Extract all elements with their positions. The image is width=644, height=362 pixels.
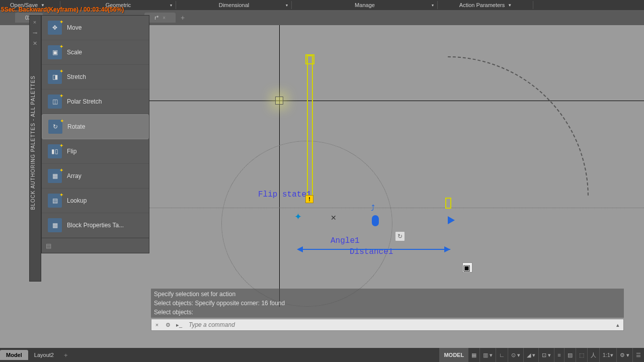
param-arrow-grip[interactable] bbox=[448, 216, 455, 224]
grid-toggle[interactable]: ▦ bbox=[468, 348, 479, 362]
rotate-action-icon[interactable]: ↻ bbox=[395, 231, 405, 241]
command-line-area: Specify selection set for action Select … bbox=[151, 289, 624, 331]
palette-pin-icon[interactable]: ⊸ bbox=[30, 30, 39, 39]
isodraft-toggle[interactable]: ◢ ▾ bbox=[523, 348, 538, 362]
action-flip[interactable]: ▮▯✦Flip bbox=[42, 139, 149, 164]
param-angle-label[interactable]: Angle1 bbox=[331, 236, 360, 245]
ortho-toggle[interactable]: ∟ bbox=[496, 348, 508, 362]
crosshair-horizontal bbox=[138, 101, 644, 101]
drawing-grip[interactable] bbox=[445, 198, 451, 209]
param-flip-label[interactable]: Flip state1 bbox=[258, 190, 311, 199]
basepoint-marker[interactable]: ✕ bbox=[331, 214, 337, 222]
rotate-icon: ↻✦ bbox=[48, 120, 62, 134]
chevron-down-icon: ▾ bbox=[286, 3, 288, 8]
crosshair-pickbox bbox=[275, 97, 283, 105]
layout-tab-layout2[interactable]: Layout2 bbox=[28, 350, 60, 360]
workspace-button[interactable]: ⚙ ▾ bbox=[616, 348, 632, 362]
command-input[interactable] bbox=[185, 319, 612, 330]
polar-stretch-icon: ◫✦ bbox=[48, 95, 62, 109]
cycling-toggle[interactable]: ⬚ bbox=[576, 348, 587, 362]
ribbon-action-parameters[interactable]: Action Parameters▼ bbox=[438, 0, 533, 10]
new-tab-button[interactable]: + bbox=[177, 14, 189, 22]
add-layout-button[interactable]: + bbox=[60, 351, 72, 359]
stretch-icon: ◨✦ bbox=[48, 70, 62, 84]
action-lookup[interactable]: ▤✦Lookup bbox=[42, 189, 149, 213]
lookup-icon: ▤✦ bbox=[48, 194, 62, 208]
command-prompt-icon: ▸_ bbox=[174, 319, 185, 330]
palette-menu-icon[interactable]: ✕ bbox=[30, 40, 39, 49]
palette-close-button[interactable]: × bbox=[30, 19, 39, 28]
action-array[interactable]: ▦✦Array bbox=[42, 164, 149, 189]
palette-title: BLOCK AUTHORING PALETTES - ALL PALETTES bbox=[30, 75, 36, 210]
warning-icon[interactable]: ! bbox=[305, 195, 313, 203]
table-icon: ▦ bbox=[48, 218, 62, 232]
annotation-toggle[interactable]: 人 bbox=[587, 348, 599, 362]
command-history-button[interactable]: ▴ bbox=[612, 319, 623, 330]
dimension-line[interactable] bbox=[299, 249, 450, 250]
lineweight-toggle[interactable]: ≡ bbox=[554, 348, 564, 362]
chevron-down-icon: ▼ bbox=[508, 3, 512, 8]
snap-toggle[interactable]: ▥ ▾ bbox=[479, 348, 496, 362]
param-grip[interactable] bbox=[372, 215, 379, 226]
chevron-down-icon: ▾ bbox=[170, 3, 172, 8]
actions-palette: ✥✦Move ▣✦Scale ◨✦Stretch ◫✦Polar Stretch… bbox=[41, 15, 149, 253]
status-bar: Model Layout2 + MODEL ▦ ▥ ▾ ∟ ⊙ ▾ ◢ ▾ ⊡ … bbox=[0, 348, 644, 362]
command-close-button[interactable]: × bbox=[151, 319, 163, 330]
drawing-canvas[interactable]: Flip state1 Angle1 Distance1 ! ✦ ✕ ⤴ ↻ ▣ bbox=[138, 25, 644, 307]
modelspace-badge[interactable]: MODEL bbox=[439, 348, 468, 362]
dimension-arrow-right bbox=[444, 246, 450, 252]
action-stretch[interactable]: ◨✦Stretch bbox=[42, 65, 149, 89]
origin-marker[interactable]: ✦ bbox=[294, 211, 302, 222]
command-history: Specify selection set for action Select … bbox=[151, 289, 624, 318]
ribbon-manage[interactable]: Manage▾ bbox=[292, 0, 438, 10]
video-overlay-text: 5Sec. Backward(Keyframe) / 00:03:40(56%) bbox=[1, 6, 124, 13]
annoscale-display[interactable]: 1:1 ▾ bbox=[599, 348, 616, 362]
transparency-toggle[interactable]: ▨ bbox=[564, 348, 576, 362]
dimension-arrow-left bbox=[297, 246, 303, 252]
close-icon[interactable]: × bbox=[163, 15, 166, 21]
action-scale[interactable]: ▣✦Scale bbox=[42, 40, 149, 65]
param-arrow-icon: ⤴ bbox=[371, 204, 375, 213]
drawing-grip[interactable] bbox=[305, 54, 314, 64]
action-polar-stretch[interactable]: ◫✦Polar Stretch bbox=[42, 89, 149, 114]
move-icon: ✥✦ bbox=[48, 21, 62, 35]
action-move[interactable]: ✥✦Move bbox=[42, 16, 149, 40]
selection-cycling-icon[interactable]: ▣ bbox=[462, 262, 472, 273]
command-options-button[interactable]: ⚙ bbox=[163, 319, 174, 330]
ribbon-dimensional[interactable]: Dimensional▾ bbox=[176, 0, 292, 10]
scale-icon: ▣✦ bbox=[48, 45, 62, 59]
drawing-rectangle[interactable] bbox=[307, 55, 313, 196]
chevron-down-icon: ▾ bbox=[432, 3, 434, 8]
flip-icon: ▮▯✦ bbox=[48, 144, 62, 158]
palette-options-icon[interactable]: ▤ bbox=[46, 242, 51, 249]
drawing-hline-dotted bbox=[138, 208, 644, 208]
osnap-toggle[interactable]: ⊡ ▾ bbox=[538, 348, 554, 362]
array-icon: ▦✦ bbox=[48, 169, 62, 183]
layout-tab-model[interactable]: Model bbox=[0, 350, 28, 360]
customization-button[interactable]: ☰ bbox=[632, 348, 644, 362]
action-rotate[interactable]: ↻✦Rotate bbox=[42, 114, 149, 139]
action-block-properties[interactable]: ▦Block Properties Ta... bbox=[42, 213, 149, 238]
polar-toggle[interactable]: ⊙ ▾ bbox=[508, 348, 523, 362]
